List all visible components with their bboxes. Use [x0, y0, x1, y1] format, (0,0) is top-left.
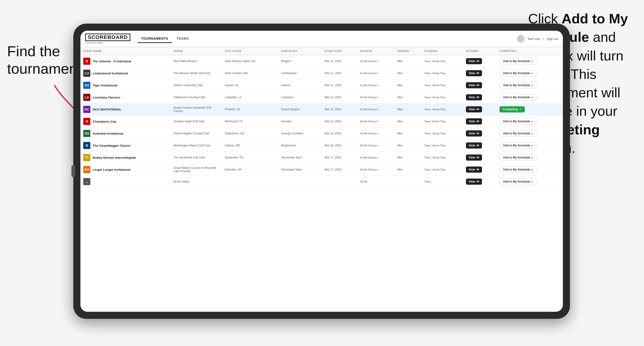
- event-name-cell-6: H Champions Cup: [80, 116, 171, 128]
- sign-out-link[interactable]: Sign out: [547, 37, 558, 41]
- city-state-cell: Auburn, AL: [222, 79, 278, 91]
- sidebar-toggle-nub[interactable]: [72, 165, 75, 177]
- start-date-cell: Mar 12, 2024: [322, 103, 357, 116]
- event-name-text: GCU INVITATIONAL: [93, 108, 122, 111]
- view-button[interactable]: View 👁: [466, 178, 482, 185]
- user-label: Test User: [528, 37, 540, 41]
- view-button[interactable]: View 👁: [466, 167, 482, 173]
- competing-cell: Competing ✓: [497, 103, 563, 116]
- city-state-cell: Saint Simons Island, GA: [222, 55, 278, 67]
- add-to-schedule-button[interactable]: Add to My Schedule +: [500, 178, 537, 185]
- table-row: GC GCU INVITATIONAL Grand Canyon Univers…: [80, 103, 563, 116]
- event-name-text: Linger Longer Invitational: [93, 168, 130, 172]
- start-date-cell: Mar 11, 2024: [322, 91, 357, 103]
- hosted-by-cell: Georgia Southern: [278, 128, 322, 140]
- hosted-by-cell: Lindenwood: [278, 67, 322, 79]
- add-label: Add to My Schedule: [503, 156, 530, 159]
- hosted-by-cell: Tennessee Tech: [278, 152, 322, 164]
- add-to-schedule-button[interactable]: Add to My Schedule +: [500, 94, 537, 101]
- view-label: View: [469, 108, 475, 111]
- view-button[interactable]: View 👁: [466, 130, 482, 137]
- hosted-by-cell: Kennesaw State: [278, 164, 322, 176]
- actions-cell: View 👁: [463, 55, 497, 67]
- actions-cell: View 👁: [463, 79, 497, 91]
- hosted-by-cell: [278, 176, 322, 188]
- scoring-cell: Team, Stroke Play: [422, 152, 463, 164]
- division-cell: NCAA Division I: [357, 67, 394, 79]
- app-header: SCOREBOARD Powered by clippd TOURNAMENTS…: [80, 31, 563, 47]
- actions-cell: View 👁: [463, 67, 497, 79]
- add-to-schedule-button[interactable]: Add to My Schedule +: [500, 154, 537, 161]
- gender-cell: Men: [394, 140, 422, 152]
- logo-subtitle: Powered by clippd: [85, 42, 130, 44]
- city-state-cell: [222, 176, 278, 188]
- view-button[interactable]: View 👁: [466, 155, 482, 161]
- view-button[interactable]: View 👁: [466, 94, 482, 100]
- eye-icon: 👁: [476, 156, 479, 159]
- event-name-text: Louisiana Classics: [93, 96, 120, 99]
- view-button[interactable]: View 👁: [466, 142, 482, 149]
- competing-button[interactable]: Competing ✓: [500, 106, 525, 112]
- add-label: Add to My Schedule: [503, 84, 530, 87]
- venue-cell: Shadow Hawk Golf Club: [171, 116, 222, 128]
- col-actions: ACTIONS: [463, 47, 497, 55]
- view-button[interactable]: View 👁: [466, 118, 482, 125]
- add-to-schedule-button[interactable]: Add to My Schedule +: [500, 142, 537, 149]
- add-to-schedule-button[interactable]: Add to My Schedule +: [500, 130, 537, 137]
- table-row: LA Louisiana Classics Oakbourne Country …: [80, 91, 563, 103]
- tab-tournaments[interactable]: TOURNAMENTS: [138, 35, 172, 43]
- start-date-cell: Mar 17, 2024: [322, 152, 357, 164]
- add-label: Add to My Schedule: [503, 59, 530, 63]
- division-cell: NCAA: [357, 176, 394, 188]
- add-to-schedule-button[interactable]: Add to My Schedule +: [500, 70, 537, 77]
- col-division: DIVISION: [357, 47, 394, 55]
- add-to-schedule-button[interactable]: Add to My Schedule +: [500, 58, 537, 65]
- add-label: Add to My Schedule: [503, 96, 530, 99]
- view-label: View: [469, 132, 475, 135]
- venue-cell: Grand Canyon University Golf Course: [171, 103, 222, 116]
- add-to-schedule-button[interactable]: Add to My Schedule +: [500, 166, 537, 173]
- gender-cell: [394, 176, 422, 188]
- header-right: Test User | Sign out: [517, 35, 558, 42]
- competing-cell: Add to My Schedule +: [497, 116, 563, 128]
- eye-icon: 👁: [476, 144, 479, 147]
- event-name-cell-11: ...: [80, 176, 171, 188]
- event-name-cell-8: B The Carpetbagger Classic: [80, 140, 171, 152]
- venue-cell: Forest Heights Country Club: [171, 128, 222, 140]
- tournaments-table-container: EVENT NAME VENUE CITY, STATE HOSTED BY S…: [80, 47, 563, 312]
- city-state-cell: Statesboro, GA: [222, 128, 278, 140]
- add-to-schedule-button[interactable]: Add to My Schedule +: [500, 118, 537, 125]
- division-cell: NCAA Division I: [357, 140, 394, 152]
- event-name-cell-7: GS Schenkel Invitational: [80, 128, 171, 140]
- start-date-cell: Mar 15, 2024: [322, 128, 357, 140]
- team-logo: LU: [83, 70, 90, 77]
- table-row: LU Lindenwood Invitational The Missouri …: [80, 67, 563, 79]
- tab-teams[interactable]: TEAMS: [173, 35, 193, 43]
- eye-icon: 👁: [476, 96, 479, 99]
- plus-icon: +: [531, 168, 533, 172]
- scoring-cell: Team, Stroke Play: [422, 140, 463, 152]
- view-button[interactable]: View 👁: [466, 82, 482, 88]
- venue-cell: The Sevierville Golf Club: [171, 152, 222, 164]
- venue-cell: Auburn University Club: [171, 79, 222, 91]
- team-logo: GC: [83, 106, 90, 113]
- view-button[interactable]: View 👁: [466, 58, 482, 64]
- hosted-by-cell: Binghamton: [278, 140, 322, 152]
- competing-cell: Add to My Schedule +: [497, 140, 563, 152]
- view-label: View: [469, 72, 475, 75]
- competing-cell: Add to My Schedule +: [497, 176, 563, 188]
- city-state-cell: Urbana, MD: [222, 140, 278, 152]
- start-date-cell: Mar 13, 2024: [322, 116, 357, 128]
- table-row: GS Schenkel Invitational Forest Heights …: [80, 128, 563, 140]
- view-button[interactable]: View 👁: [466, 70, 482, 76]
- eye-icon: 👁: [476, 108, 479, 111]
- event-name-cell-3: AU Tiger Invitational: [80, 79, 171, 91]
- col-venue: VENUE: [171, 47, 222, 55]
- eye-icon: 👁: [476, 60, 479, 63]
- venue-cell: Great Waters Course At Reynolds Lake Oco…: [171, 164, 222, 176]
- view-button[interactable]: View 👁: [466, 106, 482, 112]
- division-cell: NCAA Division I: [357, 55, 394, 67]
- plus-icon: +: [531, 71, 533, 75]
- add-to-schedule-button[interactable]: Add to My Schedule +: [500, 82, 537, 89]
- venue-cell: Brook Valley: [171, 176, 222, 188]
